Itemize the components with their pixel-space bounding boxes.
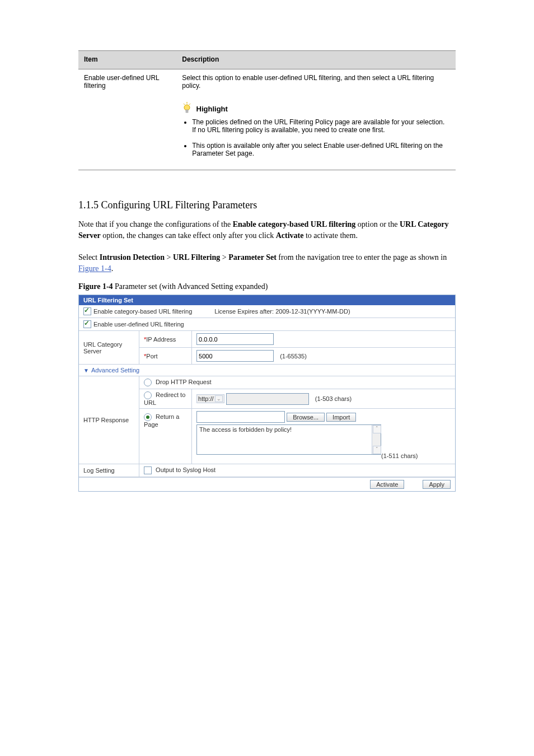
return-page-radio[interactable] — [144, 413, 152, 421]
highlight-label: Highlight — [196, 105, 228, 113]
port-label: *Port — [139, 348, 192, 365]
enable-user-row: Enable user-defined URL filtering — [79, 318, 455, 330]
section-title: Configuring URL Filtering Parameters — [99, 199, 257, 211]
page-hint: (1-511 chars) — [381, 452, 418, 459]
table-row-label: Enable user-defined URL filtering — [78, 69, 176, 170]
log-setting-label: Log Setting — [79, 464, 139, 477]
scroll-down-icon[interactable]: ˅ — [373, 446, 381, 454]
enable-category-label: Enable category-based URL filtering — [93, 308, 192, 315]
figure-caption: Figure 1-4 Parameter set (with Advanced … — [78, 282, 456, 291]
table-header-item: Item — [78, 51, 176, 69]
panel-title: URL Filtering Set — [79, 295, 455, 305]
highlight-bullet-1: The policies defined on the URL Filterin… — [192, 118, 450, 134]
note-paragraph-2: Select Intrusion Detection > URL Filteri… — [78, 252, 456, 275]
table-header-description: Description — [176, 51, 456, 69]
enable-user-label: Enable user-defined URL filtering — [93, 321, 184, 328]
section-number: 1.1.5 — [78, 199, 99, 211]
svg-point-3 — [184, 105, 190, 110]
table-row-desc: Select this option to enable user-define… — [176, 69, 456, 170]
svg-rect-4 — [186, 110, 188, 113]
scrollbar[interactable]: ˄ ˅ — [372, 425, 381, 454]
enable-category-checkbox[interactable] — [83, 307, 91, 315]
svg-line-2 — [189, 104, 190, 105]
syslog-checkbox[interactable] — [144, 466, 152, 474]
desc-text: Select this option to enable user-define… — [182, 74, 450, 90]
port-hint: (1-65535) — [280, 353, 307, 360]
highlight-bullet-2: This option is available only after you … — [192, 142, 450, 157]
activate-button[interactable]: Activate — [370, 480, 404, 489]
ip-address-label: *IP Address — [139, 331, 192, 348]
svg-line-1 — [184, 104, 185, 105]
redirect-url-input[interactable] — [226, 393, 309, 405]
license-text: License Expires after: 2009-12-31(YYYY-M… — [214, 308, 350, 315]
port-input[interactable] — [196, 350, 274, 362]
figure-text: Parameter set (with Advanced Setting exp… — [113, 282, 268, 291]
http-response-label: HTTP Response — [79, 376, 139, 464]
url-filtering-panel: URL Filtering Set Enable category-based … — [78, 295, 456, 492]
figure-link[interactable]: Figure 1-4 — [78, 264, 111, 273]
redirect-hint: (1-503 chars) — [315, 395, 352, 402]
lightbulb-icon — [182, 102, 192, 116]
return-page-message: The access is forbidden by policy! — [199, 426, 292, 433]
enable-category-row: Enable category-based URL filtering Lice… — [79, 305, 455, 318]
figure-label: Figure 1-4 — [78, 282, 113, 291]
return-page-textarea[interactable]: The access is forbidden by policy! ˄ ˅ — [196, 424, 381, 455]
advanced-setting-toggle[interactable]: ▼Advanced Setting — [79, 365, 455, 376]
browse-button[interactable]: Browse... — [287, 413, 325, 422]
enable-user-checkbox[interactable] — [83, 320, 91, 328]
apply-button[interactable]: Apply — [423, 480, 451, 489]
chevron-down-icon: ⌄ — [215, 395, 223, 402]
scroll-up-icon[interactable]: ˄ — [373, 425, 381, 433]
server-grid: URL Category Server *IP Address *Port (1… — [79, 330, 455, 477]
file-path-input[interactable] — [196, 411, 285, 423]
import-button[interactable]: Import — [326, 413, 356, 422]
panel-footer: Activate Apply — [79, 477, 455, 491]
drop-http-radio[interactable] — [144, 379, 152, 386]
syslog-label: Output to Syslog Host — [156, 466, 216, 473]
drop-http-label: Drop HTTP Request — [156, 379, 211, 385]
ip-address-input[interactable] — [196, 333, 274, 345]
redirect-radio[interactable] — [144, 391, 152, 399]
protocol-select[interactable]: http://⌄ — [196, 394, 224, 403]
url-category-server-label: URL Category Server — [79, 331, 139, 365]
chevron-down-icon: ▼ — [83, 367, 89, 374]
config-table: Item Description Enable user-defined URL… — [78, 50, 456, 170]
section-heading: 1.1.5 Configuring URL Filtering Paramete… — [78, 199, 456, 211]
note-paragraph-1: Note that if you change the configuratio… — [78, 219, 456, 242]
